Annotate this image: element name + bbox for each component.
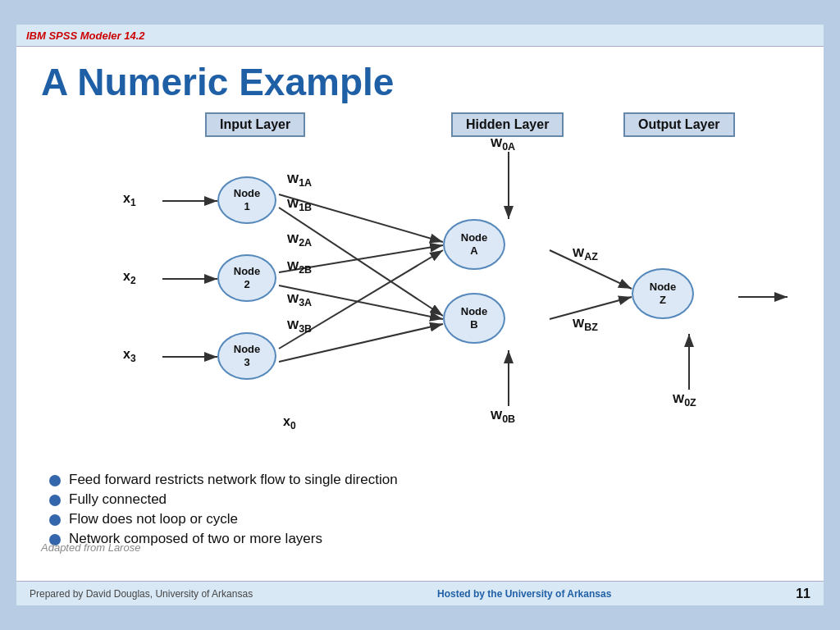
input-x0: x0	[283, 414, 296, 431]
weight-w1B: W1B	[287, 196, 312, 213]
footer: Prepared by David Douglas, University of…	[16, 581, 824, 605]
slide-title: A Numeric Example	[41, 60, 799, 104]
hidden-layer-label: Hidden Layer	[451, 112, 564, 137]
input-x1: x1	[123, 191, 136, 208]
node-A: NodeA	[443, 219, 505, 270]
weight-w3A: W3A	[287, 291, 312, 308]
footer-right: Hosted by the University of Arkansas	[437, 588, 611, 600]
bullet-dot-3	[49, 514, 61, 526]
page-number: 11	[796, 587, 810, 601]
weight-w1A: W1A	[287, 171, 312, 189]
weight-wBZ: WBZ	[573, 316, 598, 333]
node-3: Node3	[217, 332, 276, 380]
node-2: Node2	[217, 254, 276, 302]
weight-w2B: W2B	[287, 258, 312, 276]
app-title: IBM SPSS Modeler 14.2	[26, 30, 145, 42]
bullet-list: Feed forward restricts network flow to s…	[41, 472, 799, 547]
weight-w3B: W3B	[287, 317, 312, 335]
diagram-area: Input Layer Hidden Layer Output Layer x1…	[41, 112, 799, 465]
node-Z: NodeZ	[632, 268, 694, 319]
input-x2: x2	[123, 269, 136, 286]
bullet-3: Flow does not loop or cycle	[49, 511, 799, 527]
bullet-2: Fully connected	[49, 491, 799, 508]
weight-wAZ: WAZ	[573, 245, 598, 262]
weight-w0A: W0A	[491, 135, 515, 153]
adapted-from: Adapted from Larose	[41, 541, 140, 554]
input-x3: x3	[123, 347, 136, 364]
node-B: NodeB	[443, 293, 505, 344]
bullet-1: Feed forward restricts network flow to s…	[49, 472, 799, 488]
input-layer-label: Input Layer	[205, 112, 305, 137]
weight-w0B: W0B	[491, 408, 515, 425]
weight-w2A: W2A	[287, 231, 312, 249]
node-1: Node1	[217, 176, 276, 224]
bullet-4: Network composed of two or more layers	[49, 531, 799, 547]
bullet-dot-1	[49, 475, 61, 486]
footer-left: Prepared by David Douglas, University of…	[30, 588, 253, 600]
weight-w0Z: W0Z	[673, 391, 696, 409]
bullet-dot-2	[49, 495, 61, 506]
output-layer-label: Output Layer	[623, 112, 735, 137]
